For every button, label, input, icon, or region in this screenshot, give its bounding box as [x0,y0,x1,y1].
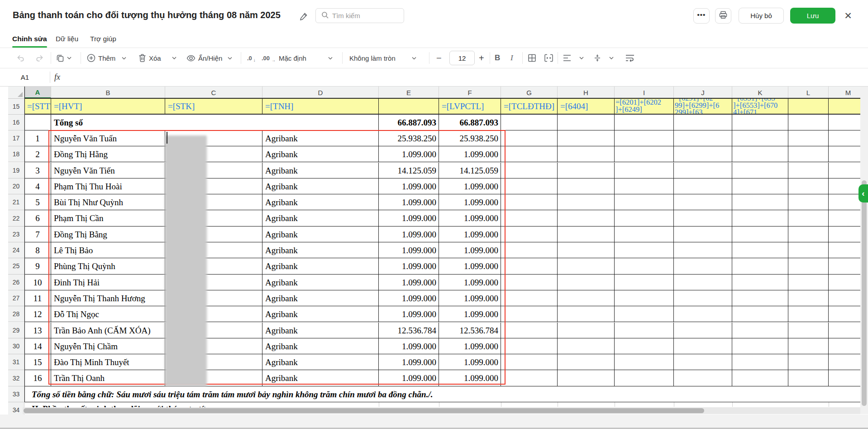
edit-title-icon[interactable] [299,12,308,21]
cell-d29[interactable]: Agribank [262,323,379,338]
column-header-h[interactable]: H [558,87,615,99]
cell-i27[interactable] [615,290,674,306]
cell-total-label[interactable]: Tổng số [51,115,379,130]
cell-d26[interactable]: Agribank [262,275,379,290]
undo-button[interactable] [16,54,25,63]
cell-e15[interactable] [379,99,439,115]
cell-f20[interactable]: 1.099.000 [439,178,501,194]
cell-l32[interactable] [788,370,829,386]
cell-k26[interactable] [732,275,788,290]
cell-d25[interactable]: Agribank [262,258,379,274]
cell-m29[interactable] [829,323,860,338]
bold-button[interactable]: B [495,53,500,63]
cell-l31[interactable] [788,354,829,370]
cell-j17[interactable] [674,130,732,146]
cell-j26[interactable] [674,275,732,290]
cell-d21[interactable]: Agribank [262,194,379,210]
cell-f18[interactable]: 1.099.000 [439,146,501,162]
column-header-c[interactable]: C [165,87,262,99]
cell-i20[interactable] [615,178,674,194]
cell-j30[interactable] [674,338,732,354]
cell-m32[interactable] [829,370,860,386]
cell-f24[interactable]: 1.099.000 [439,242,501,258]
cell-k19[interactable] [732,163,788,178]
cell-m30[interactable] [829,338,860,354]
tab-chinh-sua[interactable]: Chỉnh sửa [12,30,47,48]
cell-h32[interactable] [558,370,615,386]
cell-e23[interactable]: 1.099.000 [379,227,439,242]
text-wrap-button[interactable] [625,54,634,62]
cell-k27[interactable] [732,290,788,306]
cell-j28[interactable] [674,306,732,322]
cell-e17[interactable]: 25.938.250 [379,130,439,146]
redo-button[interactable] [35,54,44,63]
cell-g19[interactable] [501,163,558,178]
cell-l24[interactable] [788,242,829,258]
cell-c15[interactable]: =[STK] [165,99,262,115]
cell-a17[interactable]: 1 [24,130,51,146]
cell-h16[interactable] [558,115,615,130]
cell-e21[interactable]: 1.099.000 [379,194,439,210]
formula-input[interactable] [68,68,792,86]
cell-b15[interactable]: =[HVT] [51,99,165,115]
cell-m23[interactable] [829,227,860,242]
cell-g23[interactable] [501,227,558,242]
cell-b26[interactable]: Đinh Thị Hải [51,275,165,290]
row-header-24[interactable]: 24 [8,242,24,258]
row-header-19[interactable]: 19 [8,163,24,178]
cell-b21[interactable]: Bùi Thị Như Quỳnh [51,194,165,210]
cell-i24[interactable] [615,242,674,258]
cell-d32[interactable]: Agribank [262,370,379,386]
cell-a19[interactable]: 3 [24,163,51,178]
cell-a32[interactable]: 16 [24,370,51,386]
cell-l23[interactable] [788,227,829,242]
cell-m15[interactable] [829,99,860,115]
cell-a26[interactable]: 10 [24,275,51,290]
cell-i21[interactable] [615,194,674,210]
cell-i17[interactable] [615,130,674,146]
cell-i28[interactable] [615,306,674,322]
cell-d19[interactable]: Agribank [262,163,379,178]
cell-g28[interactable] [501,306,558,322]
cell-h24[interactable] [558,242,615,258]
cell-h18[interactable] [558,146,615,162]
search-input[interactable]: Tìm kiếm [315,8,404,23]
cell-g27[interactable] [501,290,558,306]
cell-l22[interactable] [788,210,829,226]
cell-f17[interactable]: 25.938.250 [439,130,501,146]
cell-k15[interactable]: =[6551]+[655]+[6553]+[6704]+[671 [732,99,788,115]
cell-a31[interactable]: 15 [24,354,51,370]
cell-f25[interactable]: 1.099.000 [439,258,501,274]
row-header-32[interactable]: 32 [8,370,24,386]
cell-h23[interactable] [558,227,615,242]
cell-i30[interactable] [615,338,674,354]
vertical-align-button[interactable] [594,54,614,62]
number-format-dropdown[interactable]: Mặc định [279,54,333,62]
cell-f28[interactable]: 1.099.000 [439,306,501,322]
cell-k20[interactable] [732,178,788,194]
cell-i31[interactable] [615,354,674,370]
increase-decimal-button[interactable]: .00→ [262,54,276,63]
print-button[interactable] [715,8,731,24]
cell-m26[interactable] [829,275,860,290]
column-header-i[interactable]: I [615,87,674,99]
cell-e30[interactable]: 1.099.000 [379,338,439,354]
cell-j16[interactable] [674,115,732,130]
cell-h31[interactable] [558,354,615,370]
cell-h17[interactable] [558,130,615,146]
row-header-17[interactable]: 17 [8,130,24,146]
cell-a18[interactable]: 2 [24,146,51,162]
cell-d28[interactable]: Agribank [262,306,379,322]
cell-f27[interactable]: 1.099.000 [439,290,501,306]
cell-g21[interactable] [501,194,558,210]
cell-l29[interactable] [788,323,829,338]
cell-e32[interactable]: 1.099.000 [379,370,439,386]
cell-e26[interactable]: 1.099.000 [379,275,439,290]
rounding-dropdown[interactable]: Không làm tròn [349,54,416,62]
cell-i23[interactable] [615,227,674,242]
cell-j22[interactable] [674,210,732,226]
save-button[interactable]: Lưu [790,8,835,24]
cell-a21[interactable]: 5 [24,194,51,210]
cell-e29[interactable]: 12.536.784 [379,323,439,338]
row-header-21[interactable]: 21 [8,194,24,210]
